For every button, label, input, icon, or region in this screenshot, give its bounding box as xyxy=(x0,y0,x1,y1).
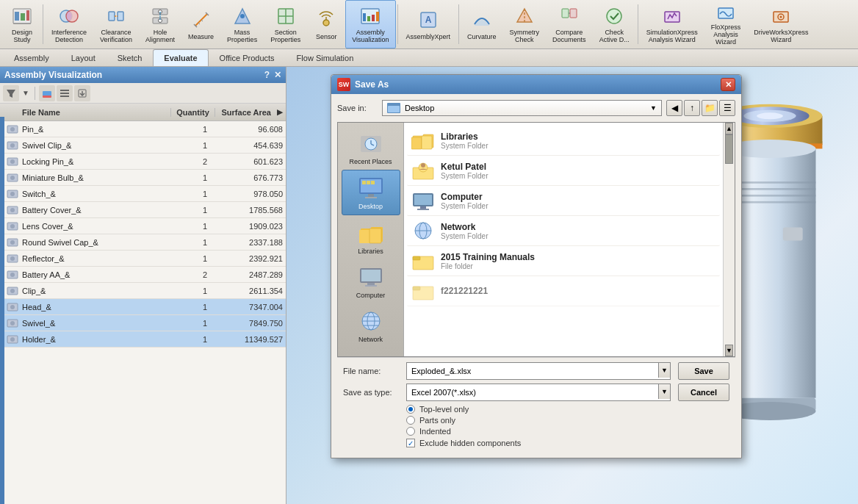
file-row-8[interactable]: Reflector_&12392.921 xyxy=(0,251,286,267)
toolbar-symmetry-check[interactable]: Symmetry Check xyxy=(503,0,547,48)
color-btn[interactable] xyxy=(39,85,55,101)
computer-entry-type: System Folder xyxy=(441,202,488,210)
panel-close-btn[interactable]: ✕ xyxy=(274,70,281,80)
file-row-11[interactable]: Head_&17347.004 xyxy=(0,299,286,315)
col-more-btn[interactable]: ▶ xyxy=(274,108,286,116)
hole-alignment-label: Hole Alignment xyxy=(145,29,175,44)
file-surface: 96.608 xyxy=(227,125,286,134)
save-in-dropdown[interactable]: Desktop ▼ xyxy=(382,100,662,116)
savetype-dropdown-btn[interactable]: ▼ xyxy=(658,384,670,399)
toolbar-curvature[interactable]: Curvature xyxy=(461,0,503,48)
part-icon xyxy=(6,268,19,281)
scroll-thumb[interactable] xyxy=(725,134,733,164)
file-entry-f221221221[interactable]: f221221221 xyxy=(407,276,720,306)
place-desktop[interactable]: Desktop xyxy=(342,170,400,215)
filter-btn[interactable] xyxy=(3,85,19,101)
radio-indented-circle[interactable] xyxy=(406,427,415,436)
file-name: Round Swivel Cap_& xyxy=(21,238,183,247)
file-row-7[interactable]: Round Swivel Cap_&12337.188 xyxy=(0,234,286,251)
savetype-input[interactable]: Excel 2007(*.xlsx) xyxy=(407,384,658,400)
file-name: Swivel Clip_& xyxy=(21,141,183,150)
radio-indented[interactable]: Indented xyxy=(406,427,729,436)
file-entry-ketul-patel[interactable]: Ketul Patel System Folder xyxy=(407,156,720,186)
file-row-10[interactable]: Clip_&12611.354 xyxy=(0,283,286,299)
svg-rect-132 xyxy=(420,206,426,209)
toolbar-simulationxpress[interactable]: SimulationXpress Analysis Wizard xyxy=(640,0,704,48)
file-row-4[interactable]: Switch_&1978.050 xyxy=(0,186,286,202)
save-in-nav-buttons: ◀ ↑ 📁 ☰ xyxy=(666,100,735,116)
place-libraries[interactable]: Libraries xyxy=(342,215,400,259)
filename-input[interactable]: Exploded_&.xlsx xyxy=(407,363,658,379)
toolbar-floxpress[interactable]: FloXpress Analysis Wizard xyxy=(704,0,748,48)
file-qty: 2 xyxy=(183,157,227,166)
place-recent-places[interactable]: Recent Places xyxy=(342,126,400,170)
toolbar-clearance-verification[interactable]: Clearance Verification xyxy=(93,0,139,48)
toolbar-sensor[interactable]: Sensor xyxy=(307,0,345,48)
file-row-1[interactable]: Swivel Clip_&1454.639 xyxy=(0,137,286,154)
col-filename-header[interactable]: File Name xyxy=(18,108,171,117)
file-row-6[interactable]: Lens Cover_&11909.023 xyxy=(0,218,286,234)
col-qty-header[interactable]: Quantity xyxy=(171,108,215,117)
toolbar-assemblyxpert[interactable]: A AssemblyXpert xyxy=(400,0,458,48)
nav-up-btn[interactable]: ↑ xyxy=(684,100,700,116)
file-surface: 1909.023 xyxy=(227,222,286,231)
file-row-13[interactable]: Holder_&111349.527 xyxy=(0,331,286,348)
col-surface-header[interactable]: Surface Area xyxy=(215,108,274,117)
svg-point-58 xyxy=(10,159,15,164)
tab-evaluate[interactable]: Evaluate xyxy=(153,49,208,66)
svg-point-64 xyxy=(10,208,15,212)
radio-parts-only-circle[interactable] xyxy=(406,416,415,425)
toolbar-compare-documents[interactable]: Compare Documents xyxy=(546,0,593,48)
place-network[interactable]: Network xyxy=(342,303,400,348)
radio-top-level[interactable]: Top-level only xyxy=(406,405,729,414)
save-button[interactable]: Save xyxy=(678,362,729,380)
radio-top-level-circle[interactable] xyxy=(406,405,415,414)
tab-flow-simulation[interactable]: Flow Simulation xyxy=(286,49,365,66)
tab-layout[interactable]: Layout xyxy=(60,49,107,66)
toolbar-hole-alignment[interactable]: Hole Alignment xyxy=(139,0,181,48)
file-entry-computer[interactable]: Computer System Folder xyxy=(407,186,720,216)
toolbar-assembly-visualization[interactable]: Assembly Visualization xyxy=(345,0,395,48)
exclude-hidden-row[interactable]: ✓ Exclude hidden components xyxy=(343,439,729,447)
export-btn[interactable] xyxy=(74,85,90,101)
toolbar-measure[interactable]: Measure xyxy=(181,0,220,48)
toolbar-mass-properties[interactable]: Mass Properties xyxy=(220,0,264,48)
cancel-button[interactable]: Cancel xyxy=(678,384,729,401)
savetype-dropdown-wrapper: Excel 2007(*.xlsx) ▼ xyxy=(406,384,671,401)
file-row-9[interactable]: Battery AA_&22487.289 xyxy=(0,267,286,283)
toolbar-section-properties[interactable]: Section Properties xyxy=(264,0,307,48)
toolbar-check-active[interactable]: Check Active D... xyxy=(593,0,636,48)
file-row-5[interactable]: Battery Cover_&11785.568 xyxy=(0,202,286,218)
tab-sketch[interactable]: Sketch xyxy=(107,49,154,66)
radio-parts-only[interactable]: Parts only xyxy=(406,416,729,425)
filename-dropdown-btn[interactable]: ▼ xyxy=(658,363,670,378)
file-row-3[interactable]: Miniature Bulb_&1676.773 xyxy=(0,170,286,186)
toolbar-driveworksxpress[interactable]: DriveWorksXpress Wizard xyxy=(747,0,815,48)
file-row-0[interactable]: Pin_&196.608 xyxy=(0,121,286,137)
toolbar-interference-detection[interactable]: Interference Detection xyxy=(45,0,93,48)
file-entry-network[interactable]: Network System Folder xyxy=(407,216,720,246)
scroll-down-btn[interactable]: ▼ xyxy=(725,345,733,356)
svg-rect-131 xyxy=(414,195,432,205)
panel-help-btn[interactable]: ? xyxy=(264,70,270,80)
network-file-icon xyxy=(411,219,435,242)
savetype-row: Save as type: Excel 2007(*.xlsx) ▼ Cance… xyxy=(343,384,729,401)
file-entry-libraries[interactable]: Libraries System Folder xyxy=(407,126,720,156)
file-entry-training-manuals[interactable]: 2015 Training Manuals File folder xyxy=(407,246,720,276)
tab-office-products[interactable]: Office Products xyxy=(209,49,286,66)
tab-assembly[interactable]: Assembly xyxy=(3,49,60,66)
toolbar-design-study[interactable]: Design Study xyxy=(3,0,41,48)
section-properties-label: Section Properties xyxy=(270,29,300,44)
file-row-12[interactable]: Swivel_&17849.750 xyxy=(0,315,286,331)
nav-new-folder-btn[interactable]: 📁 xyxy=(702,100,718,116)
savetype-label: Save as type: xyxy=(343,388,402,397)
dialog-close-button[interactable]: ✕ xyxy=(721,78,735,91)
file-row-2[interactable]: Locking Pin_&2601.623 xyxy=(0,154,286,170)
nav-view-btn[interactable]: ☰ xyxy=(719,100,735,116)
dialog-scrollbar[interactable]: ▲ ▼ xyxy=(723,123,735,356)
exclude-hidden-checkbox[interactable]: ✓ xyxy=(406,439,415,447)
place-computer[interactable]: Computer xyxy=(342,259,400,303)
scroll-up-btn[interactable]: ▲ xyxy=(725,123,733,134)
nav-back-btn[interactable]: ◀ xyxy=(666,100,682,116)
list-btn[interactable] xyxy=(57,85,73,101)
